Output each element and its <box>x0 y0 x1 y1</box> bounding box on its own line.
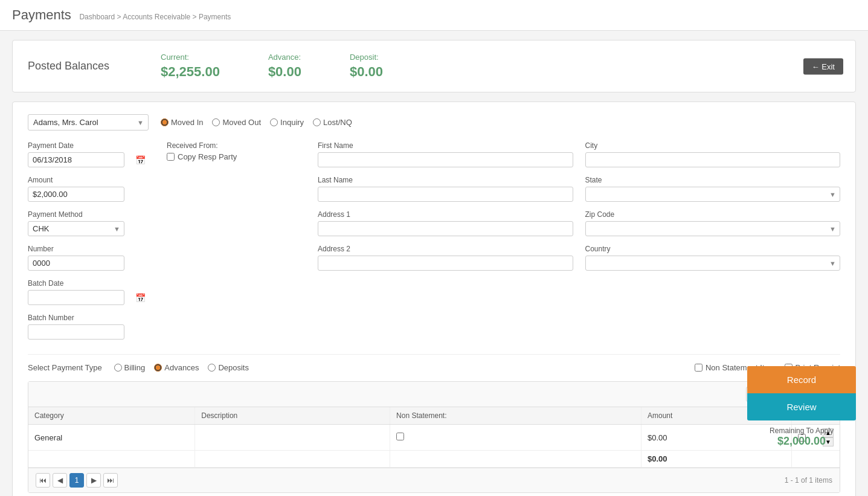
row-non-statement-checkbox[interactable] <box>396 433 404 440</box>
last-page-button[interactable]: ⏭ <box>103 473 118 488</box>
payment-date-input[interactable] <box>28 152 124 167</box>
batch-date-input-wrap: 📅 <box>28 290 149 305</box>
deposits-radio-label[interactable]: Deposits <box>208 363 249 372</box>
advances-radio[interactable] <box>154 364 162 372</box>
payment-date-label: Payment Date <box>28 141 149 150</box>
col-description: Description <box>195 407 390 425</box>
zip-select[interactable] <box>585 221 841 236</box>
number-label: Number <box>28 245 149 253</box>
record-button[interactable]: Record <box>747 366 856 393</box>
address2-input[interactable] <box>318 256 573 271</box>
batch-number-input[interactable] <box>28 324 124 340</box>
lost-nq-radio[interactable] <box>313 118 321 126</box>
exit-button[interactable]: ← Exit <box>803 58 843 74</box>
totals-empty-cat <box>28 451 195 468</box>
inquiry-radio[interactable] <box>270 118 278 126</box>
deposit-label: Deposit: <box>350 53 383 62</box>
address-columns: First Name Last Name Address 1 Address 2 <box>318 141 840 348</box>
moved-in-radio-label[interactable]: Moved In <box>161 118 203 127</box>
address1-input[interactable] <box>318 221 573 236</box>
last-name-label: Last Name <box>318 176 573 184</box>
totals-empty-ns <box>390 451 641 468</box>
page-title: Payments <box>12 7 71 22</box>
advance-label: Advance: <box>268 53 301 62</box>
billing-label: Billing <box>124 363 146 372</box>
city-label: City <box>585 141 841 150</box>
address-right-col: City State ▼ Zip Code <box>585 141 841 348</box>
advances-table-wrap: Category Description Non Statement: Amou… <box>28 407 840 468</box>
amount-input[interactable] <box>28 187 124 202</box>
copy-resp-party-label[interactable]: Copy Resp Party <box>167 152 300 161</box>
copy-resp-party-checkbox[interactable] <box>167 153 175 161</box>
city-input[interactable] <box>585 152 841 167</box>
batch-number-label: Batch Number <box>28 314 149 322</box>
payment-method-select[interactable]: CHK <box>28 221 124 236</box>
breadcrumb: Dashboard > Accounts Receivable > Paymen… <box>79 13 231 21</box>
first-page-button[interactable]: ⏮ <box>36 473 50 488</box>
top-row: Adams, Mrs. Carol ▼ Moved In Moved Out I… <box>28 114 840 130</box>
advances-label: Advances <box>164 363 199 372</box>
non-statement-checkbox[interactable] <box>695 364 702 372</box>
copy-resp-party-text: Copy Resp Party <box>178 152 237 161</box>
batch-number-group: Batch Number <box>28 314 149 340</box>
table-header-row: Category Description Non Statement: Amou… <box>28 407 840 425</box>
col-category: Category <box>28 407 195 425</box>
current-page-button[interactable]: 1 <box>69 473 84 488</box>
first-name-label: First Name <box>318 141 573 150</box>
billing-radio[interactable] <box>114 364 122 372</box>
lost-nq-radio-label[interactable]: Lost/NQ <box>313 118 352 127</box>
review-button[interactable]: Review <box>747 393 856 420</box>
left-column: Payment Date 📅 Amount Payment Method CHK <box>28 141 149 348</box>
number-input[interactable] <box>28 256 124 271</box>
moved-out-radio-label[interactable]: Moved Out <box>212 118 261 127</box>
status-radio-group: Moved In Moved Out Inquiry Lost/NQ <box>161 118 352 127</box>
batch-date-label: Batch Date <box>28 279 149 288</box>
number-group: Number <box>28 245 149 271</box>
current-value: $2,255.00 <box>161 64 220 80</box>
middle-column: Received From: Copy Resp Party <box>167 141 300 348</box>
zip-group: Zip Code ▼ <box>585 210 841 236</box>
advances-toolbar: + Add New Advance <box>28 382 840 407</box>
next-page-button[interactable]: ▶ <box>86 473 101 488</box>
calendar-icon[interactable]: 📅 <box>135 155 146 165</box>
address-left-col: First Name Last Name Address 1 Address 2 <box>318 141 573 348</box>
inquiry-label: Inquiry <box>280 118 304 127</box>
batch-calendar-icon[interactable]: 📅 <box>135 293 146 303</box>
totals-amount: $0.00 <box>641 451 791 468</box>
advances-radio-label[interactable]: Advances <box>154 363 199 372</box>
moved-out-label: Moved Out <box>222 118 261 127</box>
billing-radio-label[interactable]: Billing <box>114 363 146 372</box>
pagination: ⏮ ◀ 1 ▶ ⏭ <box>36 473 118 488</box>
amount-label: Amount <box>28 176 149 184</box>
advance-balance-group: Advance: $0.00 <box>268 53 301 80</box>
deposits-radio[interactable] <box>208 364 216 372</box>
moved-in-radio[interactable] <box>161 118 169 126</box>
payment-type-label: Select Payment Type <box>28 363 102 372</box>
batch-date-group: Batch Date 📅 <box>28 279 149 305</box>
amount-group: Amount <box>28 176 149 202</box>
country-select[interactable] <box>585 256 841 271</box>
totals-empty-apply <box>791 451 840 468</box>
posted-balances-title: Posted Balances <box>28 60 124 72</box>
inquiry-radio-label[interactable]: Inquiry <box>270 118 304 127</box>
address2-group: Address 2 <box>318 245 573 271</box>
cell-description <box>195 425 390 451</box>
payment-date-group: Payment Date 📅 <box>28 141 149 167</box>
state-select[interactable] <box>585 187 841 202</box>
deposit-value: $0.00 <box>350 64 383 80</box>
page-info: 1 - 1 of 1 items <box>785 476 832 485</box>
last-name-input[interactable] <box>318 187 573 202</box>
prev-page-button[interactable]: ◀ <box>53 473 67 488</box>
payment-type-row: Select Payment Type Billing Advances Dep… <box>28 354 840 372</box>
first-name-input[interactable] <box>318 152 573 167</box>
zip-select-wrap: ▼ <box>585 221 841 236</box>
current-balance-group: Current: $2,255.00 <box>161 53 220 80</box>
country-select-wrap: ▼ <box>585 256 841 271</box>
batch-date-input[interactable] <box>28 290 124 305</box>
moved-in-label: Moved In <box>171 118 203 127</box>
moved-out-radio[interactable] <box>212 118 220 126</box>
resident-select[interactable]: Adams, Mrs. Carol <box>28 114 149 130</box>
first-name-group: First Name <box>318 141 573 167</box>
state-group: State ▼ <box>585 176 841 202</box>
payment-type-options: Billing Advances Deposits <box>114 363 249 372</box>
